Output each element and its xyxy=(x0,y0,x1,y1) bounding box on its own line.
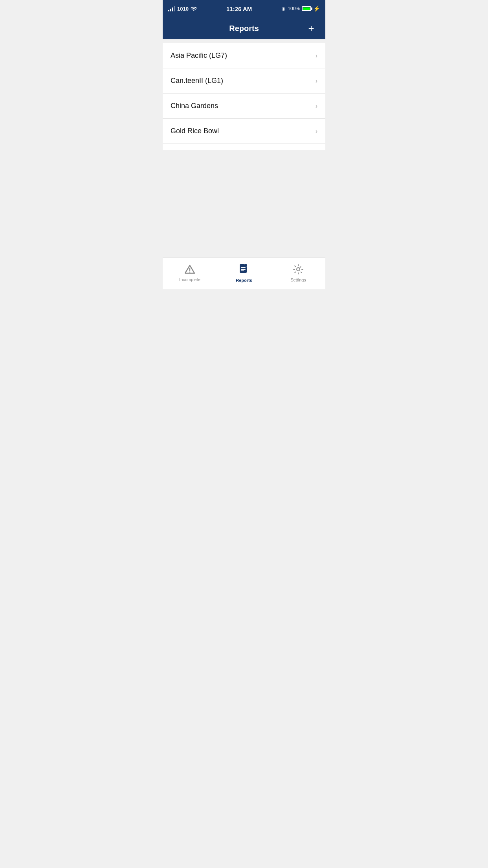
status-bar: 1010 11:26 AM ⊕ 100% ⚡ xyxy=(163,0,325,17)
status-right: ⊕ 100% ⚡ xyxy=(281,6,320,12)
tab-reports[interactable]: Reports xyxy=(217,261,271,283)
incomplete-icon xyxy=(185,265,195,276)
svg-point-2 xyxy=(189,271,191,272)
report-list: Asia Pacific (LG7)›Can.teenII (LG1)›Chin… xyxy=(163,43,325,150)
signal-bar-2 xyxy=(170,9,171,11)
tab-settings-label: Settings xyxy=(290,278,306,282)
battery-percent: 100% xyxy=(288,6,300,11)
tab-incomplete-label: Incomplete xyxy=(179,277,200,282)
page-title: Reports xyxy=(183,24,305,33)
status-time: 11:26 AM xyxy=(226,6,252,12)
list-item-label: China Gardens xyxy=(171,102,218,110)
wifi-icon xyxy=(191,6,197,12)
svg-point-8 xyxy=(297,268,300,271)
status-left: 1010 xyxy=(168,6,197,12)
location-icon: ⊕ xyxy=(281,6,286,12)
signal-bar-1 xyxy=(168,10,169,11)
list-item[interactable]: Asia Pacific (LG7)› xyxy=(163,43,325,68)
list-item-label: Asia Pacific (LG7) xyxy=(171,51,227,60)
charging-icon: ⚡ xyxy=(313,6,320,12)
list-item[interactable]: McDonald's› xyxy=(163,144,325,150)
tab-settings[interactable]: Settings xyxy=(271,261,325,282)
list-item-label: Can.teenII (LG1) xyxy=(171,77,223,85)
battery-icon xyxy=(302,6,311,11)
list-item[interactable]: Gold Rice Bowl› xyxy=(163,119,325,144)
tab-incomplete[interactable]: Incomplete xyxy=(163,261,217,282)
reports-icon xyxy=(239,264,249,276)
list-item-label: Gold Rice Bowl xyxy=(171,127,219,135)
nav-bar: Reports + xyxy=(163,17,325,39)
add-report-button[interactable]: + xyxy=(305,22,317,35)
chevron-right-icon: › xyxy=(316,77,317,85)
list-item[interactable]: Can.teenII (LG1)› xyxy=(163,68,325,94)
signal-bars xyxy=(168,6,175,11)
empty-area xyxy=(163,150,325,257)
signal-bar-4 xyxy=(174,6,175,11)
signal-bar-3 xyxy=(172,7,173,11)
carrier-text: 1010 xyxy=(177,6,189,12)
tab-reports-label: Reports xyxy=(236,278,252,283)
tab-bar: Incomplete Reports Settings xyxy=(163,257,325,289)
chevron-right-icon: › xyxy=(316,52,317,59)
chevron-right-icon: › xyxy=(316,128,317,135)
svg-rect-4 xyxy=(245,264,247,266)
chevron-right-icon: › xyxy=(316,103,317,110)
list-item[interactable]: China Gardens› xyxy=(163,94,325,119)
settings-icon xyxy=(293,264,303,276)
